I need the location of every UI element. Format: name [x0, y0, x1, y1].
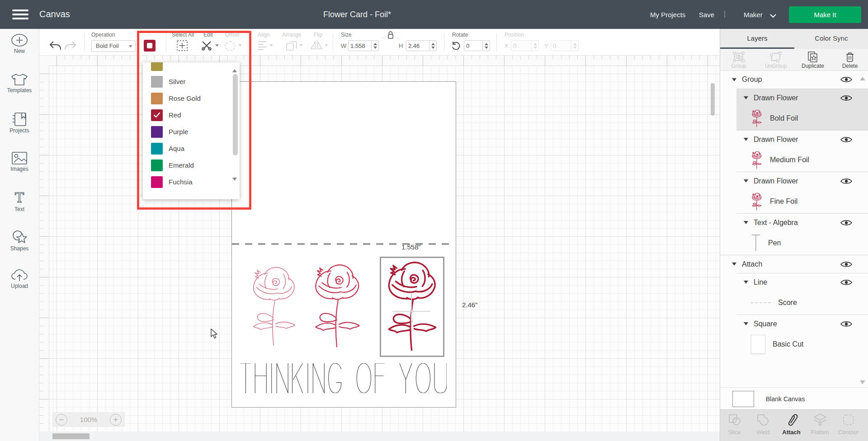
flip-icon [310, 40, 323, 51]
color-swatch [151, 126, 163, 138]
sidebar-item-new[interactable]: New [0, 29, 39, 68]
operation-color-swatch[interactable] [144, 40, 156, 52]
eye-icon[interactable] [840, 178, 852, 185]
chevron-down-icon[interactable] [769, 14, 777, 18]
operation-select[interactable]: Bold Foil [91, 40, 136, 52]
collapse-caret-icon[interactable] [732, 78, 736, 84]
blank-canvas-row[interactable]: Blank Canvas [720, 387, 868, 410]
duplicate-button[interactable]: Duplicate [794, 49, 831, 70]
y-stepper [571, 40, 579, 51]
layer-row[interactable]: Text - Algebra [736, 213, 868, 231]
zoom-in-button[interactable]: + [110, 414, 122, 426]
machine-select[interactable]: Maker [744, 11, 763, 19]
eye-icon[interactable] [840, 261, 852, 268]
dropdown-scroll-down-icon[interactable] [232, 178, 237, 183]
flower-thumbnail [751, 109, 763, 127]
height-stepper[interactable] [429, 40, 437, 51]
save-link[interactable]: Save [699, 11, 714, 19]
tree-scroll-up-icon[interactable] [860, 74, 865, 80]
color-option[interactable]: Purple [143, 123, 240, 140]
x-stepper [532, 40, 539, 51]
dropdown-scrollbar-thumb[interactable] [233, 74, 238, 155]
color-option[interactable]: Rose Gold [143, 90, 240, 107]
sidebar-item-upload[interactable]: Upload [0, 265, 39, 304]
color-option[interactable]: Fuchsia [143, 174, 240, 190]
flower-thumbnail [751, 192, 763, 211]
redo-icon [64, 41, 77, 51]
vertical-scrollbar-thumb[interactable] [711, 83, 715, 116]
layer-row[interactable]: Pen [736, 231, 868, 255]
selection-bounding-box[interactable] [380, 257, 444, 357]
rotate-icon[interactable] [451, 41, 461, 51]
width-input[interactable] [348, 40, 372, 51]
collapse-caret-icon[interactable] [744, 96, 748, 102]
rotate-stepper[interactable] [483, 40, 490, 51]
select-all-icon[interactable] [176, 40, 188, 52]
layer-label: Attach [742, 260, 762, 268]
layer-row[interactable]: Fine Foil [736, 190, 868, 213]
color-option[interactable]: Emerald [143, 157, 240, 174]
color-name: Red [169, 111, 181, 119]
collapse-caret-icon[interactable] [744, 138, 748, 143]
layer-row[interactable]: Bold Foil [736, 107, 868, 130]
collapse-caret-icon[interactable] [744, 179, 748, 185]
sidebar-item-projects[interactable]: Projects [0, 108, 39, 147]
color-picker-dropdown: Silver Rose Gold Red Purple Aqua Em [143, 62, 240, 199]
eye-icon[interactable] [840, 94, 852, 102]
make-it-button[interactable]: Make It [789, 6, 861, 23]
delete-button[interactable]: Delete [831, 49, 868, 70]
rotate-input[interactable] [464, 40, 483, 51]
layer-row[interactable]: Drawn Flower [736, 130, 868, 148]
tab-color-sync[interactable]: Color Sync [794, 29, 868, 49]
sidebar-item-images[interactable]: Text Images [0, 147, 39, 186]
layer-row[interactable]: Medium Foil [736, 148, 868, 172]
height-input[interactable] [406, 40, 429, 51]
dropdown-scroll-up-icon[interactable] [232, 67, 237, 72]
eye-icon[interactable] [840, 219, 852, 226]
layer-row[interactable]: Basic Cut [736, 333, 868, 356]
attach-button[interactable]: Attach [777, 410, 806, 441]
edit-icon[interactable] [201, 40, 212, 52]
eye-icon[interactable] [840, 76, 852, 83]
zoom-control: − 100% + [52, 412, 125, 427]
collapse-caret-icon[interactable] [744, 281, 748, 286]
zoom-out-button[interactable]: − [56, 414, 67, 426]
color-option[interactable]: Red [143, 107, 240, 123]
layer-row[interactable]: Score [736, 291, 868, 314]
color-option[interactable] [143, 62, 240, 73]
fine-foil-flower[interactable] [247, 258, 301, 354]
sidebar-item-shapes[interactable]: Shapes [0, 225, 39, 265]
collapse-caret-icon[interactable] [744, 322, 748, 328]
layer-row[interactable]: Attach [720, 255, 868, 273]
tree-scroll-down-icon[interactable] [860, 380, 865, 387]
sidebar-item-templates[interactable]: Templates [0, 68, 39, 108]
layer-row[interactable]: Group [720, 70, 868, 89]
undo-icon[interactable] [49, 41, 61, 51]
my-projects-link[interactable]: My Projects [650, 11, 685, 19]
card-shape[interactable] [231, 81, 456, 408]
tab-layers[interactable]: Layers [720, 29, 794, 49]
score-fold-line[interactable] [232, 244, 455, 244]
edit-toolbar: Operation Bold Foil Select All Edit Offs… [39, 29, 720, 56]
eye-icon[interactable] [840, 279, 852, 286]
layer-row[interactable]: Drawn Flower [736, 89, 868, 107]
menu-icon[interactable] [12, 9, 28, 19]
width-stepper[interactable] [372, 40, 379, 51]
layer-row[interactable]: Line [736, 273, 868, 291]
chevron-down-icon [129, 45, 132, 49]
collapse-caret-icon[interactable] [732, 263, 736, 268]
horizontal-scrollbar-thumb[interactable] [52, 433, 90, 439]
color-option[interactable]: Silver [143, 73, 240, 90]
collapse-caret-icon[interactable] [744, 221, 748, 226]
sidebar-item-text[interactable]: T Text [0, 186, 39, 225]
medium-foil-flower[interactable] [309, 258, 365, 354]
card-message-text[interactable] [241, 363, 447, 393]
color-option[interactable]: Aqua [143, 140, 240, 157]
lock-icon[interactable] [381, 31, 401, 40]
color-swatch [151, 143, 163, 155]
layer-row[interactable]: Square [736, 314, 868, 333]
eye-icon[interactable] [840, 320, 852, 328]
eye-icon[interactable] [840, 136, 852, 143]
layer-row[interactable]: Drawn Flower [736, 172, 868, 190]
edit-caret-icon[interactable] [215, 44, 219, 48]
